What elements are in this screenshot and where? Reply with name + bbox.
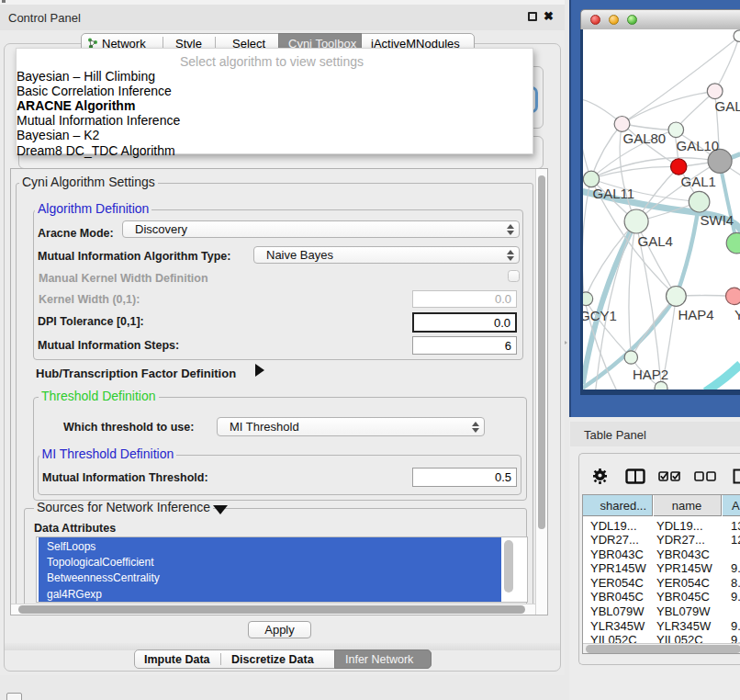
svg-text:GAL7: GAL7 (714, 98, 740, 114)
svg-text:SWI4: SWI4 (700, 211, 734, 227)
svg-text:GAL11: GAL11 (592, 186, 634, 201)
svg-text:GAL10: GAL10 (676, 138, 719, 153)
svg-text:GAL4: GAL4 (637, 233, 672, 249)
svg-text:HAP4: HAP4 (678, 307, 713, 322)
svg-text:Y: Y (734, 307, 740, 322)
svg-text:HAP2: HAP2 (633, 366, 668, 381)
svg-text:GAL1: GAL1 (680, 174, 715, 189)
svg-text:GAL80: GAL80 (622, 130, 666, 145)
svg-text:GCY1: GCY1 (583, 307, 617, 322)
